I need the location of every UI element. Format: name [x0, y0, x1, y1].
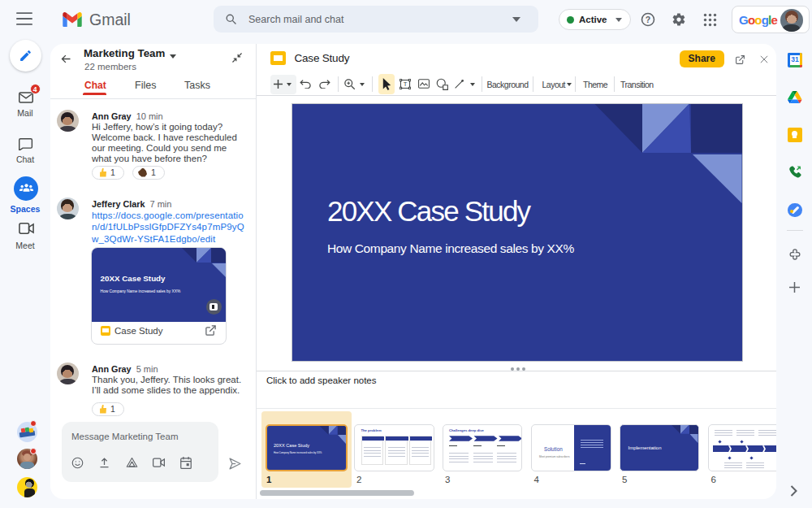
- svg-text:?: ?: [646, 15, 650, 24]
- svg-text:T: T: [403, 80, 407, 88]
